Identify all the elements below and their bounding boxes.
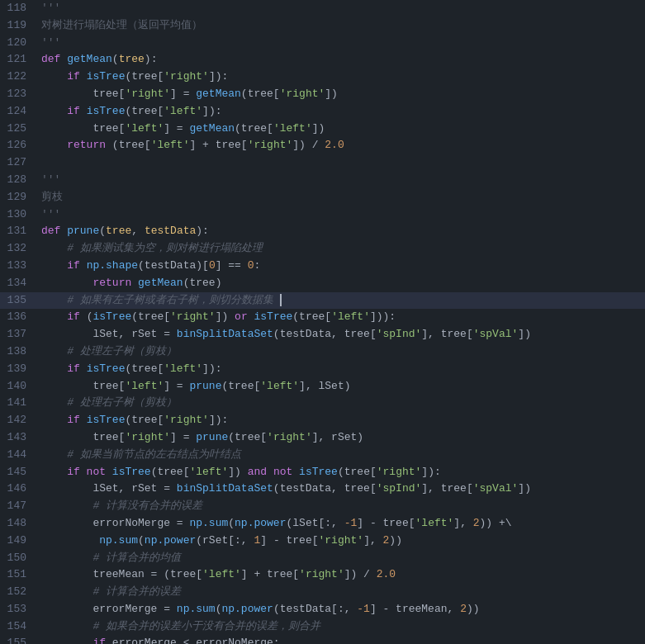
table-row: 143 tree['right'] = prune(tree['right'],… <box>0 429 645 447</box>
table-row: 140 tree['left'] = prune(tree['left'], l… <box>0 378 645 395</box>
line-code: # 如果合并的误差小于没有合并的误差，则合并 <box>35 618 645 636</box>
line-code: def getMean(tree): <box>35 51 645 69</box>
line-code: # 处理左子树（剪枝） <box>35 343 645 361</box>
line-number: 124 <box>0 103 35 121</box>
table-row: 122 if isTree(tree['right']): <box>0 69 645 86</box>
line-number: 148 <box>0 515 35 533</box>
table-row: 133 if np.shape(testData)[0] == 0: <box>0 258 645 275</box>
line-number: 131 <box>0 223 35 240</box>
line-number: 144 <box>0 447 35 464</box>
line-code: if isTree(tree['left']): <box>35 103 645 121</box>
table-row: 136 if (isTree(tree['right']) or isTree(… <box>0 309 645 326</box>
line-number: 119 <box>0 17 35 35</box>
line-number: 123 <box>0 86 35 103</box>
line-code: ''' <box>35 206 645 224</box>
line-code: # 处理右子树（剪枝） <box>35 395 645 412</box>
line-code: # 如果测试集为空，则对树进行塌陷处理 <box>35 240 645 258</box>
table-row: 150 # 计算合并的均值 <box>0 550 645 567</box>
line-code: tree['left'] = getMean(tree['left']) <box>35 121 645 138</box>
line-number: 155 <box>0 635 35 644</box>
line-number: 126 <box>0 137 35 154</box>
line-code: tree['left'] = prune(tree['left'], lSet) <box>35 378 645 395</box>
line-number: 127 <box>0 154 35 172</box>
line-number: 118 <box>0 0 35 17</box>
table-row: 141 # 处理右子树（剪枝） <box>0 395 645 412</box>
line-number: 134 <box>0 275 35 292</box>
table-row: 126 return (tree['left'] + tree['right']… <box>0 137 645 154</box>
table-row: 139 if isTree(tree['left']): <box>0 361 645 378</box>
table-row: 142 if isTree(tree['right']): <box>0 412 645 429</box>
line-number: 142 <box>0 412 35 429</box>
line-number: 154 <box>0 618 35 636</box>
line-number: 138 <box>0 343 35 361</box>
line-code: treeMean = (tree['left'] + tree['right']… <box>35 566 645 584</box>
line-code: ''' <box>35 0 645 17</box>
table-row: 144 # 如果当前节点的左右结点为叶结点 <box>0 447 645 464</box>
line-code: def prune(tree, testData): <box>35 223 645 240</box>
line-number: 140 <box>0 378 35 395</box>
table-row: 138 # 处理左子树（剪枝） <box>0 343 645 361</box>
line-number: 121 <box>0 51 35 69</box>
line-code: # 如果当前节点的左右结点为叶结点 <box>35 447 645 464</box>
line-code: errorNoMerge = np.sum(np.power(lSet[:, -… <box>35 515 645 533</box>
line-number: 120 <box>0 35 35 52</box>
line-number: 152 <box>0 584 35 601</box>
line-code: # 如果有左子树或者右子树，则切分数据集 <box>35 292 645 310</box>
table-row: 130''' <box>0 206 645 224</box>
table-row: 125 tree['left'] = getMean(tree['left']) <box>0 121 645 138</box>
table-row: 155 if errorMerge < errorNoMerge: <box>0 635 645 644</box>
line-number: 130 <box>0 206 35 224</box>
line-code: return getMean(tree) <box>35 275 645 292</box>
line-number: 151 <box>0 566 35 584</box>
line-code: if not isTree(tree['left']) and not isTr… <box>35 464 645 481</box>
code-editor: 118'''119对树进行塌陷处理（返回平均值）120'''121def get… <box>0 0 645 644</box>
line-number: 129 <box>0 189 35 206</box>
line-number: 136 <box>0 309 35 326</box>
line-code: np.sum(np.power(rSet[:, 1] - tree['right… <box>35 533 645 550</box>
line-number: 141 <box>0 395 35 412</box>
line-number: 122 <box>0 69 35 86</box>
table-row: 152 # 计算合并的误差 <box>0 584 645 601</box>
table-row: 153 errorMerge = np.sum(np.power(testDat… <box>0 601 645 618</box>
line-number: 132 <box>0 240 35 258</box>
table-row: 129剪枝 <box>0 189 645 206</box>
line-number: 128 <box>0 172 35 189</box>
line-code: tree['right'] = prune(tree['right'], rSe… <box>35 429 645 447</box>
line-code: 对树进行塌陷处理（返回平均值） <box>35 17 645 35</box>
line-code: lSet, rSet = binSplitDataSet(testData, t… <box>35 481 645 498</box>
table-row: 145 if not isTree(tree['left']) and not … <box>0 464 645 481</box>
table-row: 123 tree['right'] = getMean(tree['right'… <box>0 86 645 103</box>
line-number: 147 <box>0 498 35 515</box>
table-row: 154 # 如果合并的误差小于没有合并的误差，则合并 <box>0 618 645 636</box>
line-code: ''' <box>35 172 645 189</box>
table-row: 147 # 计算没有合并的误差 <box>0 498 645 515</box>
line-number: 137 <box>0 326 35 343</box>
line-code: return (tree['left'] + tree['right']) / … <box>35 137 645 154</box>
line-number: 153 <box>0 601 35 618</box>
line-number: 139 <box>0 361 35 378</box>
table-row: 120''' <box>0 35 645 52</box>
table-row: 119对树进行塌陷处理（返回平均值） <box>0 17 645 35</box>
table-row: 134 return getMean(tree) <box>0 275 645 292</box>
line-code: if errorMerge < errorNoMerge: <box>35 635 645 644</box>
line-code: 剪枝 <box>35 189 645 206</box>
line-number: 145 <box>0 464 35 481</box>
code-table: 118'''119对树进行塌陷处理（返回平均值）120'''121def get… <box>0 0 645 644</box>
line-code: lSet, rSet = binSplitDataSet(testData, t… <box>35 326 645 343</box>
line-code: tree['right'] = getMean(tree['right']) <box>35 86 645 103</box>
table-row: 148 errorNoMerge = np.sum(np.power(lSet[… <box>0 515 645 533</box>
line-code: if isTree(tree['right']): <box>35 69 645 86</box>
line-number: 149 <box>0 533 35 550</box>
table-row: 127 <box>0 154 645 172</box>
table-row: 118''' <box>0 0 645 17</box>
line-code: if np.shape(testData)[0] == 0: <box>35 258 645 275</box>
line-code: if (isTree(tree['right']) or isTree(tree… <box>35 309 645 326</box>
table-row: 121def getMean(tree): <box>0 51 645 69</box>
table-row: 151 treeMean = (tree['left'] + tree['rig… <box>0 566 645 584</box>
table-row: 131def prune(tree, testData): <box>0 223 645 240</box>
line-code: # 计算合并的均值 <box>35 550 645 567</box>
line-number: 150 <box>0 550 35 567</box>
line-number: 135 <box>0 292 35 310</box>
line-number: 125 <box>0 121 35 138</box>
line-code: # 计算合并的误差 <box>35 584 645 601</box>
